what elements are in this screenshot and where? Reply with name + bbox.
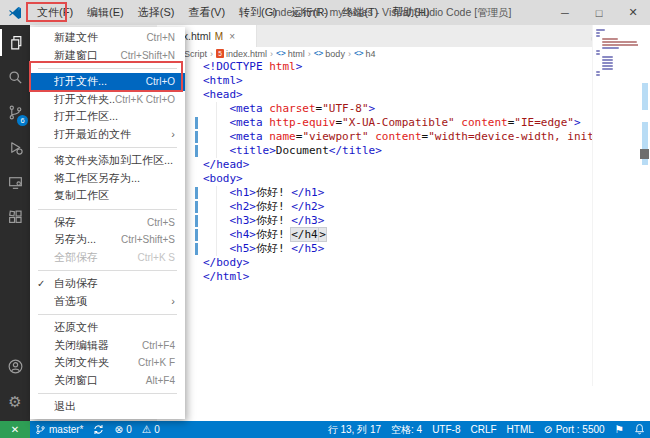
menu-item-将工作区另存为[interactable]: 将工作区另存为...: [30, 170, 185, 188]
menu-item-label: 将工作区另存为...: [54, 170, 175, 188]
blocked-icon: ⊘: [544, 421, 553, 438]
menubar-item-3[interactable]: 选择(S): [131, 0, 182, 25]
code-line-8: 8</head>: [157, 158, 650, 172]
code-line-5: 5 <meta http-equiv="X-UA-Compatible" con…: [157, 116, 650, 130]
code-text: <h5>你好! </h5>: [187, 242, 324, 256]
search-icon[interactable]: [0, 60, 30, 95]
code-text: <!DOCTYPE html>: [187, 60, 302, 74]
code-line-4: 4 <meta charset="UTF-8">: [157, 102, 650, 116]
menu-item-shortcut: Alt+F4: [146, 372, 175, 390]
menubar-item-1[interactable]: 文件(F): [30, 0, 80, 25]
menu-item-label: 打开文件...: [54, 73, 146, 91]
minimize-button[interactable]: ─: [548, 0, 582, 25]
statusbar-text: 空格: 4: [391, 423, 422, 437]
statusbar-空格-4[interactable]: 空格: 4: [386, 421, 427, 438]
minimap-line: [596, 71, 600, 73]
overview-ruler[interactable]: [638, 25, 650, 386]
menu-item-关闭编辑器[interactable]: 关闭编辑器Ctrl+F4: [30, 337, 185, 355]
menubar-item-4[interactable]: 查看(V): [181, 0, 232, 25]
statusbar-0[interactable]: ⚠0: [137, 421, 165, 438]
menu-item-label: 另存为...: [54, 231, 121, 249]
account-icon[interactable]: [0, 349, 30, 384]
minimap-line: [602, 38, 618, 40]
menu-item-打开最近的文件[interactable]: 打开最近的文件›: [30, 126, 185, 144]
menu-item-关闭文件夹[interactable]: 关闭文件夹Ctrl+K F: [30, 354, 185, 372]
menu-item-保存[interactable]: 保存Ctrl+S: [30, 214, 185, 232]
source-control-icon[interactable]: 6: [0, 95, 30, 130]
menu-item-自动保存[interactable]: ✓自动保存: [30, 275, 185, 293]
menu-item-打开文件[interactable]: 打开文件...Ctrl+O: [30, 73, 185, 91]
breadcrumb-item-html[interactable]: <>html: [276, 49, 305, 59]
menu-item-新建文件[interactable]: 新建文件Ctrl+N: [30, 29, 185, 47]
minimap-line: [602, 59, 613, 61]
statusbar-bell[interactable]: [629, 421, 650, 438]
git-modified-gutter: [195, 131, 198, 143]
code-text: </body>: [187, 256, 249, 270]
breadcrumb-label: html: [288, 49, 305, 59]
menu-item-label: 复制工作区: [54, 187, 175, 205]
minimap[interactable]: [593, 25, 638, 386]
menu-item-还原文件[interactable]: 还原文件: [30, 319, 185, 337]
statusbar-utf-8[interactable]: UTF-8: [427, 421, 465, 438]
gear-glyph: ⚙: [8, 393, 21, 411]
menu-item-关闭窗口[interactable]: 关闭窗口Alt+F4: [30, 372, 185, 390]
menu-item-shortcut: Ctrl+S: [147, 214, 175, 232]
settings-icon[interactable]: ⚙: [0, 384, 30, 419]
remote-indicator[interactable]: ✕: [0, 421, 30, 438]
code-line-9: 9<body>: [157, 172, 650, 186]
breadcrumb[interactable]: JavaScript›5index.html›<>html›<>body›<>h…: [157, 47, 650, 60]
code-line-1: 1<!DOCTYPE html>: [157, 60, 650, 74]
git-modified-gutter: [195, 215, 198, 227]
error-icon: ⊗: [114, 421, 123, 438]
menu-separator: [38, 270, 177, 271]
breadcrumb-label: index.html: [226, 49, 267, 59]
statusbar-0[interactable]: ⊗0: [109, 421, 136, 438]
menu-item-首选项[interactable]: 首选项›: [30, 293, 185, 311]
code-editor[interactable]: 1<!DOCTYPE html>2<html>3<head>4 <meta ch…: [157, 60, 650, 421]
extensions-icon[interactable]: [0, 200, 30, 235]
run-debug-icon[interactable]: [0, 130, 30, 165]
remote-explorer-icon[interactable]: [0, 165, 30, 200]
close-button[interactable]: ✕: [616, 0, 650, 25]
menubar-item-2[interactable]: 编辑(E): [80, 0, 131, 25]
menu-item-将文件夹添加到工作区[interactable]: 将文件夹添加到工作区...: [30, 152, 185, 170]
menu-item-shortcut: Ctrl+F4: [142, 337, 175, 355]
statusbar-html[interactable]: HTML: [502, 421, 539, 438]
breadcrumb-item-h4[interactable]: <>h4: [354, 49, 376, 59]
breadcrumb-item-body[interactable]: <>body: [314, 49, 345, 59]
git-branch-icon: [35, 424, 46, 435]
file-menu-dropdown: 新建文件Ctrl+N新建窗口Ctrl+Shift+N打开文件...Ctrl+O打…: [30, 27, 185, 419]
code-line-6: 6 <meta name="viewport" content="width=d…: [157, 130, 650, 144]
maximize-button[interactable]: □: [582, 0, 616, 25]
code-line-10: 10 <h1>你好! </h1>: [157, 186, 650, 200]
menu-item-shortcut: Ctrl+Shift+N: [121, 47, 175, 65]
menu-item-退出[interactable]: 退出: [30, 398, 185, 416]
activity-bar: 6 ⚙: [0, 25, 30, 421]
minimap-line: [602, 56, 613, 58]
minimap-line: [602, 62, 613, 64]
statusbar-feedback[interactable]: ⚑: [610, 421, 629, 438]
menu-item-打开文件夹[interactable]: 打开文件夹...Ctrl+K Ctrl+O: [30, 91, 185, 109]
statusbar-master*[interactable]: master*: [30, 421, 88, 438]
statusbar-sync[interactable]: [88, 421, 109, 438]
menu-separator: [38, 314, 177, 315]
tab-close-icon[interactable]: ×: [229, 31, 235, 42]
minimap-line: [596, 50, 600, 52]
breadcrumb-item-index.html[interactable]: 5index.html: [216, 49, 267, 59]
menu-item-新建窗口[interactable]: 新建窗口Ctrl+Shift+N: [30, 47, 185, 65]
minimap-line: [596, 74, 600, 76]
menu-item-另存为[interactable]: 另存为...Ctrl+Shift+S: [30, 231, 185, 249]
code-tag-icon: <>: [276, 49, 286, 58]
minimap-line: [596, 53, 600, 55]
git-modified-gutter: [195, 145, 198, 157]
statusbar-行-13-列-17[interactable]: 行 13, 列 17: [323, 421, 386, 438]
menu-item-shortcut: Ctrl+K S: [137, 249, 175, 267]
statusbar-port-5500[interactable]: ⊘Port : 5500: [539, 421, 610, 438]
explorer-icon[interactable]: [0, 25, 30, 60]
menu-item-打开工作区[interactable]: 打开工作区...: [30, 108, 185, 126]
statusbar-text: master*: [49, 424, 83, 435]
code-text: </html>: [187, 270, 249, 284]
menu-separator: [38, 68, 177, 69]
menu-item-复制工作区[interactable]: 复制工作区: [30, 187, 185, 205]
statusbar-crlf[interactable]: CRLF: [465, 421, 501, 438]
